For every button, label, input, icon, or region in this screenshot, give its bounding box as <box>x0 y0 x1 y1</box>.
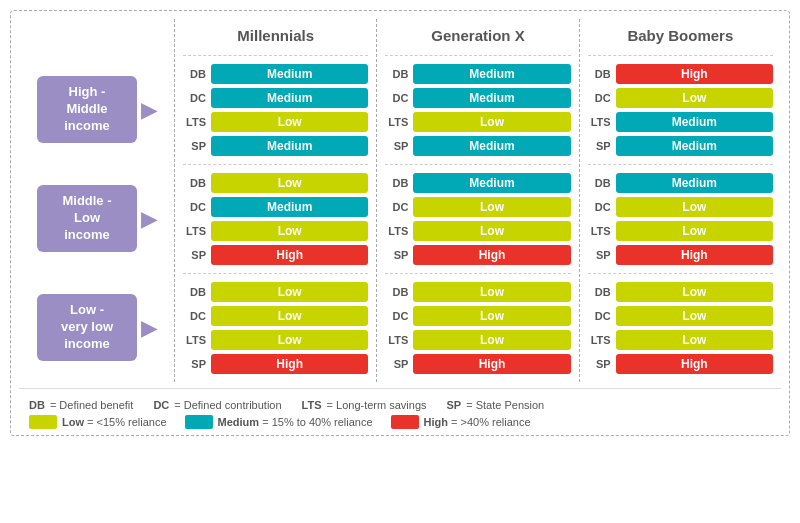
legend-abbr-db: DB <box>29 399 45 411</box>
legend-eq-db: = Defined benefit <box>50 399 133 411</box>
row-label: SP <box>385 358 413 370</box>
table-row: DC Low <box>183 306 368 326</box>
row-group-bb-high-middle: DB High DC Low LTS Medium SP Medium <box>588 55 773 164</box>
status-badge: High <box>413 245 570 265</box>
legend-abbr-lts: LTS <box>302 399 322 411</box>
row-label: DC <box>385 310 413 322</box>
legend-db: DB = Defined benefit <box>29 399 133 411</box>
main-container: High -Middleincome ▶ Middle -Lowincome ▶… <box>10 10 790 436</box>
row-group-millennials-middle-low: DB Low DC Medium LTS Low SP High <box>183 164 368 273</box>
left-labels: High -Middleincome ▶ Middle -Lowincome ▶… <box>19 19 174 382</box>
legend-abbr-dc: DC <box>153 399 169 411</box>
table-row: SP High <box>385 245 570 265</box>
rows-gen-x: DB Medium DC Medium LTS Low SP Medium <box>385 55 570 382</box>
table-row: DB Medium <box>588 173 773 193</box>
row-label: DC <box>588 310 616 322</box>
arrow-high-middle: ▶ <box>141 98 156 122</box>
legend-lts: LTS = Long-term savings <box>302 399 427 411</box>
row-label: DB <box>385 286 413 298</box>
legend-sp: SP = State Pension <box>447 399 545 411</box>
table-row: SP High <box>588 245 773 265</box>
row-label: SP <box>588 249 616 261</box>
status-badge: High <box>413 354 570 374</box>
row-label: DB <box>588 286 616 298</box>
row-label: SP <box>183 358 211 370</box>
table-row: SP High <box>183 354 368 374</box>
section-baby-boomers: Baby Boomers DB High DC Low LTS Medium <box>579 19 781 382</box>
table-row: SP High <box>183 245 368 265</box>
legend-high-label: High = >40% reliance <box>424 416 531 428</box>
income-block-middle-low: Middle -Lowincome ▶ <box>19 168 174 269</box>
legend-high: High = >40% reliance <box>391 415 531 429</box>
table-row: DB Low <box>588 282 773 302</box>
legend-low: Low = <15% reliance <box>29 415 167 429</box>
table-row: LTS Low <box>183 221 368 241</box>
legend-area: DB = Defined benefit DC = Defined contri… <box>19 388 781 435</box>
row-label: SP <box>588 358 616 370</box>
table-row: LTS Low <box>385 330 570 350</box>
row-label: DB <box>183 68 211 80</box>
status-badge: Medium <box>211 88 368 108</box>
row-label: DC <box>588 92 616 104</box>
row-label: SP <box>385 140 413 152</box>
header-millennials: Millennials <box>183 19 368 55</box>
status-badge: Medium <box>211 136 368 156</box>
row-group-millennials-low: DB Low DC Low LTS Low SP High <box>183 273 368 382</box>
table-row: DB Medium <box>385 173 570 193</box>
table-row: DC Medium <box>183 88 368 108</box>
table-row: LTS Low <box>385 112 570 132</box>
table-row: DB Low <box>183 282 368 302</box>
table-row: DB Low <box>385 282 570 302</box>
income-block-low-very-low: Low -very lowincome ▶ <box>19 277 174 378</box>
status-badge: Medium <box>616 136 773 156</box>
status-badge: Low <box>211 330 368 350</box>
table-row: DB Low <box>183 173 368 193</box>
row-label: DC <box>385 201 413 213</box>
status-badge: Low <box>413 306 570 326</box>
row-group-genx-middle-low: DB Medium DC Low LTS Low SP High <box>385 164 570 273</box>
legend-abbr-row: DB = Defined benefit DC = Defined contri… <box>19 399 781 411</box>
row-group-bb-low: DB Low DC Low LTS Low SP High <box>588 273 773 382</box>
legend-eq-sp: = State Pension <box>466 399 544 411</box>
row-label: LTS <box>385 116 413 128</box>
status-badge: Low <box>211 306 368 326</box>
status-badge: Medium <box>413 88 570 108</box>
rows-millennials: DB Medium DC Medium LTS Low SP Medium <box>183 55 368 382</box>
status-badge: Low <box>616 88 773 108</box>
status-badge: Low <box>616 282 773 302</box>
status-badge: High <box>211 354 368 374</box>
table-row: SP Medium <box>183 136 368 156</box>
legend-low-label: Low = <15% reliance <box>62 416 167 428</box>
legend-box-high <box>391 415 419 429</box>
status-badge: Low <box>616 330 773 350</box>
status-badge: Low <box>413 197 570 217</box>
row-label: DB <box>385 68 413 80</box>
legend-dc: DC = Defined contribution <box>153 399 281 411</box>
status-badge: Medium <box>413 136 570 156</box>
table-row: DC Low <box>588 306 773 326</box>
row-group-genx-high-middle: DB Medium DC Medium LTS Low SP Medium <box>385 55 570 164</box>
rows-baby-boomers: DB High DC Low LTS Medium SP Medium <box>588 55 773 382</box>
table-row: SP High <box>385 354 570 374</box>
table-row: SP Medium <box>385 136 570 156</box>
row-label: LTS <box>183 225 211 237</box>
row-label: LTS <box>183 116 211 128</box>
row-label: DC <box>588 201 616 213</box>
table-row: LTS Medium <box>588 112 773 132</box>
status-badge: High <box>211 245 368 265</box>
table-row: DC Low <box>588 88 773 108</box>
status-badge: High <box>616 354 773 374</box>
table-row: DC Medium <box>385 88 570 108</box>
status-badge: Low <box>211 221 368 241</box>
grid-area: High -Middleincome ▶ Middle -Lowincome ▶… <box>19 19 781 382</box>
row-label: DC <box>183 310 211 322</box>
row-label: SP <box>588 140 616 152</box>
section-millennials: Millennials DB Medium DC Medium LTS Low <box>174 19 376 382</box>
table-row: DC Low <box>385 197 570 217</box>
table-row: DC Low <box>385 306 570 326</box>
row-label: LTS <box>385 225 413 237</box>
table-row: DB Medium <box>385 64 570 84</box>
row-group-millennials-high-middle: DB Medium DC Medium LTS Low SP Medium <box>183 55 368 164</box>
income-block-high-middle: High -Middleincome ▶ <box>19 59 174 160</box>
legend-abbr-sp: SP <box>447 399 462 411</box>
